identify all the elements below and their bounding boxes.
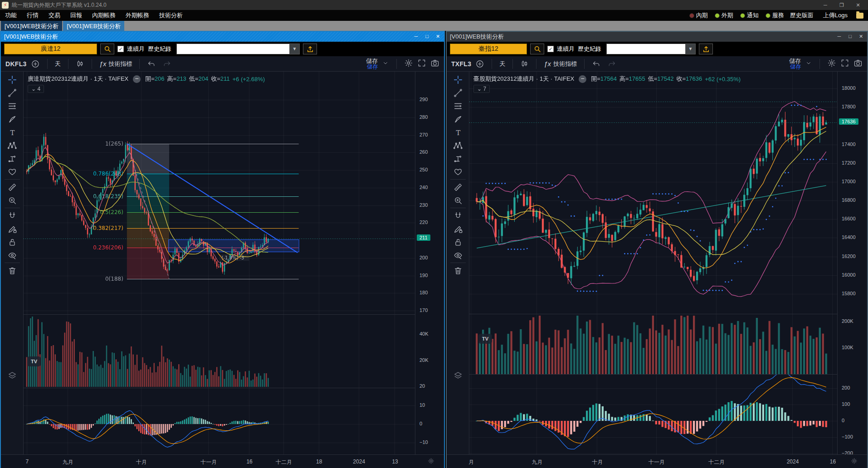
tool-heart-icon[interactable] — [4, 165, 21, 178]
tool-zoom-in-icon[interactable] — [449, 194, 467, 207]
window-minimize-button[interactable]: ─ — [411, 33, 421, 41]
tab-web-technical-analysis-1[interactable]: [V001]WEB技術分析 — [1, 21, 62, 31]
symbol-input[interactable] — [450, 44, 527, 54]
price-axis[interactable]: 29028027026025024023022020019018017040K2… — [415, 72, 444, 454]
indicators-button[interactable]: ƒx技術指標 — [541, 58, 580, 70]
legend-collapse-icon[interactable]: – — [579, 75, 586, 83]
tool-lock-icon[interactable] — [4, 235, 21, 249]
upload-logs-link[interactable]: 上傳Logs — [819, 11, 851, 20]
settings-gear-icon[interactable] — [404, 58, 413, 69]
object-tree-layers-icon[interactable] — [449, 369, 467, 382]
tradingview-logo[interactable]: TV — [478, 334, 492, 344]
upload-layout-button[interactable] — [699, 44, 713, 54]
tool-ruler-icon[interactable] — [4, 180, 21, 194]
menu-item[interactable]: 回報 — [65, 11, 87, 20]
interval-button[interactable]: 天 — [496, 58, 508, 70]
tool-heart-icon[interactable] — [449, 165, 467, 178]
tool-magnet-icon[interactable] — [449, 209, 467, 222]
screenshot-camera-icon[interactable] — [853, 58, 863, 69]
tool-xabcd-pattern-icon[interactable] — [4, 139, 21, 152]
folder-icon[interactable] — [856, 13, 863, 19]
time-axis[interactable]: 月九月十月十一月十二月202416 — [447, 454, 867, 468]
tradingview-logo[interactable]: TV — [27, 356, 41, 366]
save-menu-chevron[interactable] — [805, 59, 812, 68]
legend-title[interactable]: 臺股期貨202312連續月 · 1天 · TAIFEX — [473, 75, 574, 83]
theme-sun-icon[interactable] — [427, 457, 435, 466]
interval-button[interactable]: 天 — [52, 58, 64, 70]
tool-fib-retracement-icon[interactable] — [4, 99, 21, 112]
price-axis[interactable]: 1800017800174001720017000168001660016400… — [837, 72, 867, 454]
combobox-dropdown-arrow[interactable]: ▼ — [290, 44, 300, 54]
tool-crosshair-icon[interactable] — [4, 73, 21, 86]
time-axis[interactable]: 7九月十月十一月16十二月18202413 — [1, 454, 444, 468]
indicators-collapsed-chip[interactable]: ⌄ 7 — [473, 85, 490, 93]
symbol-input[interactable] — [4, 44, 97, 54]
tool-lock-icon[interactable] — [449, 235, 467, 249]
upload-layout-button[interactable] — [303, 44, 317, 54]
indicators-collapsed-chip[interactable]: ⌄ 4 — [28, 85, 44, 93]
indicators-button[interactable]: ƒx技術指標 — [96, 58, 136, 70]
chart-style-button[interactable] — [73, 58, 88, 70]
app-minimize-button[interactable]: ─ — [817, 0, 834, 10]
menu-item[interactable]: 技術分析 — [154, 11, 188, 20]
tool-magnet-icon[interactable] — [4, 209, 21, 222]
tool-zoom-in-icon[interactable] — [4, 194, 21, 207]
object-tree-layers-icon[interactable] — [4, 369, 21, 382]
save-button[interactable]: 儲存儲存 — [366, 58, 378, 69]
window-close-button[interactable]: ✕ — [856, 33, 866, 41]
app-close-button[interactable]: ✕ — [850, 0, 866, 10]
menu-item[interactable]: 行情 — [22, 11, 44, 20]
history-combobox[interactable] — [176, 44, 290, 54]
fullscreen-icon[interactable] — [417, 58, 426, 69]
tool-brush-icon[interactable] — [4, 112, 21, 126]
tool-projection-icon[interactable] — [4, 152, 21, 165]
menu-item[interactable]: 內期帳務 — [87, 11, 121, 20]
menu-item[interactable]: 功能 — [0, 11, 22, 20]
app-maximize-button[interactable]: ❐ — [834, 0, 850, 10]
redo-button[interactable] — [160, 58, 175, 70]
menu-item[interactable]: 外期帳務 — [121, 11, 154, 20]
tool-trash-icon[interactable] — [4, 264, 21, 277]
tool-text-icon[interactable]: T — [449, 126, 467, 139]
tab-web-technical-analysis-2[interactable]: [V001]WEB技術分析 — [63, 21, 124, 31]
chart-canvas[interactable] — [469, 72, 837, 454]
search-button[interactable] — [530, 44, 544, 54]
window-maximize-button[interactable]: □ — [422, 33, 432, 41]
tool-draw-lock-icon[interactable] — [449, 222, 467, 235]
menu-item[interactable]: 交易 — [44, 11, 65, 20]
legend-collapse-icon[interactable]: – — [133, 75, 141, 83]
history-combobox[interactable] — [606, 44, 686, 54]
tool-trend-line-icon[interactable] — [449, 86, 467, 99]
tool-projection-icon[interactable] — [449, 152, 467, 165]
compare-add-button[interactable] — [472, 58, 488, 70]
search-button[interactable] — [100, 44, 114, 54]
fullscreen-icon[interactable] — [840, 58, 849, 69]
window-close-button[interactable]: ✕ — [433, 33, 443, 41]
tool-crosshair-icon[interactable] — [449, 73, 467, 86]
chart-style-button[interactable] — [517, 58, 532, 70]
window-maximize-button[interactable]: □ — [845, 33, 855, 41]
tool-draw-lock-icon[interactable] — [4, 222, 21, 235]
window-titlebar[interactable]: [V001]WEB技術分析─□✕ — [1, 32, 444, 42]
redo-button[interactable] — [605, 58, 619, 70]
tool-trend-line-icon[interactable] — [4, 86, 21, 99]
undo-button[interactable] — [589, 58, 604, 70]
tool-hide-all-icon[interactable] — [4, 249, 21, 262]
compare-add-button[interactable] — [28, 58, 43, 70]
continuous-month-checkbox[interactable]: ✓ — [117, 46, 124, 52]
tool-hide-all-icon[interactable] — [449, 249, 467, 262]
theme-sun-icon[interactable] — [850, 457, 858, 466]
settings-gear-icon[interactable] — [827, 58, 836, 69]
tool-trash-icon[interactable] — [449, 264, 467, 277]
chart-canvas[interactable] — [24, 72, 415, 454]
tool-ruler-icon[interactable] — [449, 180, 467, 194]
combobox-dropdown-arrow[interactable]: ▼ — [686, 44, 696, 54]
continuous-month-checkbox[interactable]: ✓ — [547, 46, 554, 52]
history-layout-link[interactable]: 歷史版面 — [786, 11, 817, 20]
window-titlebar[interactable]: [V001]WEB技術分析─□✕ — [447, 32, 867, 42]
screenshot-camera-icon[interactable] — [430, 58, 439, 69]
legend-title[interactable]: 廣達期貨202312連續月 · 1天 · TAIFEX — [28, 75, 128, 83]
tool-xabcd-pattern-icon[interactable] — [449, 139, 467, 152]
save-button[interactable]: 儲存儲存 — [789, 58, 801, 69]
save-menu-chevron[interactable] — [382, 59, 389, 68]
